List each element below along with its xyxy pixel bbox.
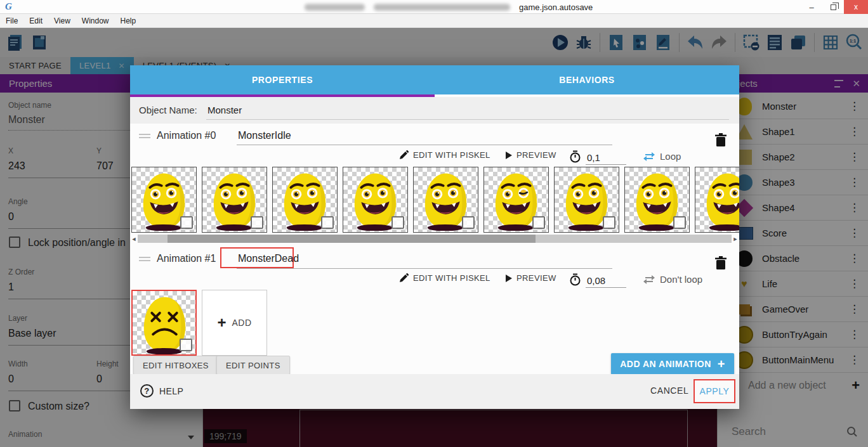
timer-icon [569, 150, 581, 163]
frame-checkbox[interactable] [251, 216, 263, 229]
animation-frame-thumbnail[interactable] [695, 167, 739, 233]
frame-checkbox[interactable] [603, 216, 615, 229]
animation-1-controls: EDIT WITH PISKEL PREVIEW 0,08 Don't loop [130, 273, 739, 291]
frame-checkbox[interactable] [321, 216, 334, 229]
tab-properties[interactable]: PROPERTIES [130, 65, 435, 94]
frame-checkbox[interactable] [462, 216, 475, 229]
frame-checkbox[interactable] [532, 216, 545, 229]
plus-icon: + [718, 357, 725, 372]
animation-0-controls: EDIT WITH PISKEL PREVIEW 0,1 Loop [130, 150, 739, 168]
dialog-tab-bar: PROPERTIES BEHAVIORS [130, 65, 739, 94]
time-between-frames-input[interactable]: 0,1 [586, 152, 626, 165]
frame-checkbox[interactable] [180, 216, 193, 229]
animation-frame-thumbnail[interactable] [483, 167, 549, 233]
edit-hitboxes-button[interactable]: EDIT HITBOXES [133, 356, 218, 375]
frame-duration [569, 273, 581, 286]
edit-points-button[interactable]: EDIT POINTS [216, 356, 290, 375]
menu-window[interactable]: Window [76, 14, 115, 28]
delete-animation-icon[interactable] [714, 133, 728, 148]
loop-toggle[interactable]: Loop [643, 150, 681, 162]
pencil-icon [399, 273, 409, 283]
close-button[interactable]: x [844, 0, 868, 14]
animation-0-name-input[interactable]: MonsterIdle [238, 130, 291, 141]
play-icon [506, 275, 512, 282]
drag-handle-icon[interactable] [139, 134, 150, 140]
add-animation-button[interactable]: ADD AN ANIMATION+ [611, 353, 734, 375]
loop-toggle[interactable]: Don't loop [643, 273, 702, 285]
edit-with-piskel-button[interactable]: EDIT WITH PISKEL [399, 150, 490, 160]
drag-handle-icon[interactable] [139, 257, 150, 263]
animation-frame-thumbnail[interactable] [202, 167, 267, 233]
object-name-label: Object Name: [139, 105, 197, 115]
object-editor-dialog: PROPERTIES BEHAVIORS Object Name: Monste… [130, 65, 739, 409]
timer-icon [569, 273, 581, 286]
animation-frame-thumbnail[interactable] [272, 167, 338, 233]
animation-frame-thumbnail[interactable] [131, 167, 197, 233]
object-name-input[interactable]: Monster [207, 105, 242, 115]
scroll-left-icon[interactable]: ◄ [130, 236, 138, 242]
preview-button[interactable]: PREVIEW [506, 273, 556, 283]
title-bar: G game.json.autosave – x [0, 0, 868, 14]
menu-view[interactable]: View [48, 14, 76, 28]
animation-0-frames [131, 167, 738, 234]
loop-icon [643, 150, 655, 162]
animation-0-title: Animation #0 [157, 130, 216, 141]
menu-file[interactable]: File [0, 14, 23, 28]
frames-scrollbar[interactable]: ◄ ► [130, 235, 739, 243]
object-name-row: Object Name: Monster [130, 97, 739, 124]
animation-frame-thumbnail[interactable] [343, 167, 408, 233]
animation-1-header: Animation #1 MonsterDead [130, 247, 739, 272]
scroll-right-icon[interactable]: ► [732, 236, 739, 242]
restore-button[interactable] [822, 0, 844, 14]
dialog-footer: ? HELP CANCEL APPLY [130, 374, 739, 409]
blurred-title-segment [374, 4, 510, 11]
blurred-title-segment [305, 4, 365, 11]
frame-duration [569, 150, 581, 163]
help-button[interactable]: ? HELP [140, 384, 183, 398]
app-window: G game.json.autosave – x FileEditViewWin… [0, 0, 868, 447]
help-icon: ? [140, 384, 154, 398]
animation-0-header: Animation #0 MonsterIdle [130, 124, 739, 149]
gdevelop-logo-icon: G [5, 1, 12, 12]
delete-animation-icon[interactable] [714, 256, 728, 271]
edit-with-piskel-button[interactable]: EDIT WITH PISKEL [399, 273, 490, 283]
animation-frame-thumbnail[interactable] [131, 290, 197, 356]
animation-frame-thumbnail[interactable] [413, 167, 478, 233]
restore-icon [831, 4, 836, 10]
tab-behaviors[interactable]: BEHAVIORS [435, 65, 739, 94]
preview-button[interactable]: PREVIEW [506, 150, 556, 160]
cancel-button[interactable]: CANCEL [650, 385, 688, 396]
scrollbar-thumb[interactable] [168, 235, 536, 243]
menu-help[interactable]: Help [115, 14, 142, 28]
frame-checkbox[interactable] [391, 216, 404, 229]
apply-button[interactable]: APPLY [694, 379, 735, 403]
add-frame-button[interactable]: +ADD [202, 290, 267, 356]
frame-checkbox[interactable] [673, 216, 686, 229]
animation-1-frames: +ADD [131, 290, 738, 357]
minimize-button[interactable]: – [801, 0, 822, 14]
window-title: game.json.autosave [305, 3, 593, 12]
animation-frame-thumbnail[interactable] [624, 167, 690, 233]
animation-frame-thumbnail[interactable] [554, 167, 619, 233]
menu-bar: FileEditViewWindowHelp [0, 14, 868, 28]
loop-icon [643, 273, 655, 285]
animation-1-title: Animation #1 [157, 253, 216, 264]
menu-edit[interactable]: Edit [23, 14, 48, 28]
animation-1-name-input[interactable]: MonsterDead [238, 253, 299, 264]
plus-icon: + [217, 314, 226, 332]
pencil-icon [399, 150, 409, 160]
window-title-text: game.json.autosave [519, 3, 593, 12]
time-between-frames-input[interactable]: 0,08 [586, 275, 626, 288]
play-icon [506, 152, 512, 159]
frame-checkbox[interactable] [180, 339, 192, 351]
